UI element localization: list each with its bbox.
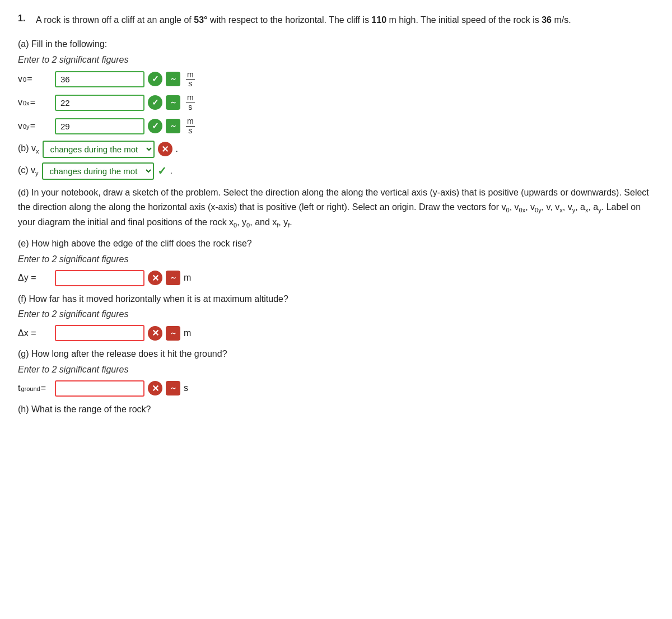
voy-wave-icon[interactable]: ～ — [166, 119, 180, 133]
voy-row: v0y = ✓ ～ m s — [18, 117, 654, 135]
delta-y-unit: m — [184, 273, 191, 283]
vox-label: v0x = — [18, 97, 52, 108]
v0-row: v0 = ✓ ～ m s — [18, 71, 654, 89]
part-c-check: ✓ — [157, 164, 167, 178]
voy-unit: m s — [186, 117, 195, 135]
part-a-label: (a) Fill in the following: — [18, 37, 654, 52]
t-ground-wave-icon[interactable]: ～ — [166, 381, 180, 395]
part-c-period: . — [170, 166, 172, 176]
v0-input[interactable] — [55, 71, 144, 87]
angle-value: 53° — [194, 15, 207, 25]
voy-check-icon[interactable]: ✓ — [148, 119, 162, 133]
part-c-label: (c) vy — [18, 165, 39, 176]
vox-wave-icon[interactable]: ～ — [166, 95, 180, 110]
t-ground-unit: s — [184, 383, 188, 393]
delta-y-row: Δy = ✕ ～ m — [18, 270, 654, 286]
voy-label: v0y = — [18, 121, 52, 131]
delta-x-unit: m — [184, 328, 191, 338]
voy-input[interactable] — [55, 118, 144, 134]
delta-y-label: Δy = — [18, 273, 52, 283]
t-ground-input[interactable] — [55, 380, 144, 397]
question-text: A rock is thrown off a cliff at an angle… — [36, 13, 571, 27]
part-b-dropdown[interactable]: changes during the mot — [43, 141, 155, 158]
delta-x-input[interactable] — [55, 325, 144, 341]
part-b-x-icon[interactable]: ✕ — [158, 142, 172, 156]
part-c-dropdown[interactable]: changes during the mot — [42, 162, 154, 180]
part-b-period: . — [176, 144, 178, 154]
delta-y-wave-icon[interactable]: ～ — [166, 271, 180, 285]
height-value: 110 — [371, 15, 386, 25]
sig-figs-note-g: Enter to 2 significant figures — [18, 365, 654, 375]
t-ground-row: tground = ✕ ～ s — [18, 380, 654, 397]
t-ground-x-icon[interactable]: ✕ — [148, 381, 162, 395]
part-h-label: (h) What is the range of the rock? — [18, 402, 654, 417]
part-e-label: (e) How high above the edge of the cliff… — [18, 236, 654, 251]
delta-x-row: Δx = ✕ ～ m — [18, 325, 654, 341]
sig-figs-note-a: Enter to 2 significant figures — [18, 55, 654, 65]
delta-y-x-icon[interactable]: ✕ — [148, 271, 162, 285]
delta-y-input[interactable] — [55, 270, 144, 286]
vox-input[interactable] — [55, 95, 144, 111]
v0-wave-icon[interactable]: ～ — [166, 72, 180, 86]
part-d-text: (d) In your notebook, draw a sketch of t… — [18, 185, 654, 231]
delta-x-x-icon[interactable]: ✕ — [148, 326, 162, 341]
vox-row: v0x = ✓ ～ m s — [18, 94, 654, 111]
part-b-row: (b) vx changes during the mot ✕. — [18, 141, 654, 158]
sig-figs-note-e: Enter to 2 significant figures — [18, 254, 654, 264]
part-g-label: (g) How long after the release does it h… — [18, 347, 654, 361]
delta-x-label: Δx = — [18, 328, 52, 338]
t-ground-label: tground = — [18, 383, 52, 393]
part-f-label: (f) How far has it moved horizontally wh… — [18, 292, 654, 306]
vox-check-icon[interactable]: ✓ — [148, 95, 162, 110]
delta-x-wave-icon[interactable]: ～ — [166, 326, 180, 341]
v0-check-icon[interactable]: ✓ — [148, 72, 162, 86]
part-b-label: (b) vx — [18, 143, 39, 155]
question-number: 1. — [18, 13, 31, 24]
sig-figs-note-f: Enter to 2 significant figures — [18, 309, 654, 319]
speed-value: 36 — [542, 15, 552, 25]
v0-label: v0 = — [18, 74, 52, 84]
part-c-row: (c) vy changes during the mot ✓. — [18, 162, 654, 180]
v0-unit: m s — [186, 71, 195, 89]
vox-unit: m s — [186, 94, 195, 111]
